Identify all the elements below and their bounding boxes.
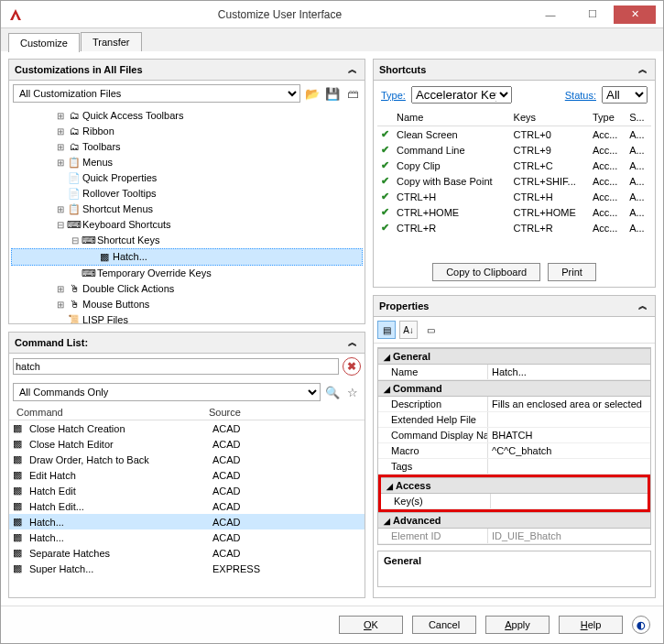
shortcut-row[interactable]: ✔CTRL+HOMECTRL+HOMEAcc...A... bbox=[377, 204, 651, 220]
tree-ribbon[interactable]: Ribbon bbox=[82, 124, 114, 139]
command-row[interactable]: ▩Hatch Edit...ACAD bbox=[9, 498, 365, 514]
prop-display-name[interactable]: BHATCH bbox=[488, 428, 650, 442]
prop-macro[interactable]: ^C^C_bhatch bbox=[488, 443, 650, 458]
command-icon: ▩ bbox=[13, 485, 22, 496]
tree-rollover[interactable]: Rollover Tooltips bbox=[82, 186, 157, 202]
shortcuts-panel: Shortcuts ︽ Type: Accelerator Keys Statu… bbox=[373, 59, 656, 288]
status-label[interactable]: Status: bbox=[565, 90, 596, 101]
tree-menus[interactable]: Menus bbox=[82, 155, 113, 170]
prop-element-id: ID_UIE_Bhatch bbox=[488, 529, 650, 543]
tree-toolbars[interactable]: Toolbars bbox=[82, 139, 121, 155]
collapse-icon[interactable]: ︽ bbox=[346, 63, 359, 76]
tree-shortcut-menus[interactable]: Shortcut Menus bbox=[82, 202, 153, 217]
prop-ext-help[interactable] bbox=[488, 412, 650, 427]
check-icon: ✔ bbox=[377, 173, 393, 189]
command-row[interactable]: ▩Hatch...ACAD bbox=[9, 529, 365, 545]
tree-temp-override[interactable]: Temporary Override Keys bbox=[97, 266, 212, 281]
properties-panel: Properties ︽ ▤ A↓ ▭ ◢General NameHatch..… bbox=[373, 295, 656, 598]
col-type[interactable]: Type bbox=[589, 109, 626, 126]
help-button[interactable]: Help bbox=[559, 616, 623, 634]
categorized-icon[interactable]: ▤ bbox=[377, 321, 396, 339]
type-select[interactable]: Accelerator Keys bbox=[411, 86, 512, 104]
main-tabs: Customize Transfer bbox=[1, 28, 663, 51]
command-filter-select[interactable]: All Commands Only bbox=[13, 383, 321, 401]
check-icon: ✔ bbox=[377, 126, 393, 143]
dialog-footer: OK Cancel Apply Help ◐ bbox=[1, 606, 663, 643]
command-search-input[interactable] bbox=[13, 358, 339, 375]
find-icon[interactable]: 🔍 bbox=[324, 384, 341, 400]
shortcut-row[interactable]: ✔CTRL+HCTRL+HAcc...A... bbox=[377, 189, 651, 204]
customization-filter[interactable]: All Customization Files bbox=[13, 84, 300, 103]
collapse-icon[interactable]: ︽ bbox=[637, 300, 649, 312]
customizations-title: Customizations in All Files bbox=[15, 64, 143, 75]
context-help-icon[interactable]: ◐ bbox=[632, 616, 650, 634]
collapse-icon[interactable]: ︽ bbox=[637, 63, 649, 76]
command-list[interactable]: ▩Close Hatch CreationACAD▩Close Hatch Ed… bbox=[9, 420, 365, 597]
tree-mouse-buttons[interactable]: Mouse Buttons bbox=[82, 297, 149, 312]
command-row[interactable]: ▩Close Hatch CreationACAD bbox=[9, 420, 365, 436]
shortcut-row[interactable]: ✔Clean ScreenCTRL+0Acc...A... bbox=[377, 126, 651, 143]
shortcut-row[interactable]: ✔Copy ClipCTRL+CAcc...A... bbox=[377, 158, 651, 173]
property-pages-icon[interactable]: ▭ bbox=[421, 321, 440, 339]
type-label[interactable]: Type: bbox=[381, 90, 406, 101]
command-row[interactable]: ▩Edit HatchACAD bbox=[9, 467, 365, 483]
customizations-tree[interactable]: ⊞🗂Quick Access Toolbars ⊞🗂Ribbon ⊞🗂Toolb… bbox=[9, 106, 365, 323]
shortcut-row[interactable]: ✔Command LineCTRL+9Acc...A... bbox=[377, 142, 651, 158]
customizations-panel: Customizations in All Files ︽ All Custom… bbox=[8, 59, 365, 324]
cat-advanced[interactable]: Advanced bbox=[393, 515, 441, 526]
cat-general[interactable]: General bbox=[393, 351, 430, 362]
cancel-button[interactable]: Cancel bbox=[412, 616, 476, 634]
tree-lisp-files[interactable]: LISP Files bbox=[82, 312, 128, 323]
prop-tags[interactable] bbox=[488, 459, 650, 474]
window-title: Customize User Interface bbox=[30, 8, 529, 21]
command-row[interactable]: ▩Hatch...ACAD bbox=[9, 514, 365, 529]
alphabetical-icon[interactable]: A↓ bbox=[399, 321, 418, 339]
collapse-icon[interactable]: ︽ bbox=[346, 336, 359, 349]
property-grid[interactable]: ◢General NameHatch... ◢Command Descripti… bbox=[377, 347, 651, 545]
cat-access[interactable]: Access bbox=[396, 480, 431, 491]
col-source[interactable]: Source bbox=[209, 407, 241, 418]
prop-description[interactable]: Fills an enclosed area or selected bbox=[488, 397, 650, 411]
print-button[interactable]: Print bbox=[548, 263, 596, 281]
command-row[interactable]: ▩Hatch EditACAD bbox=[9, 483, 365, 498]
tree-hatch[interactable]: Hatch... bbox=[113, 249, 147, 265]
ok-button[interactable]: OK bbox=[339, 616, 403, 634]
properties-title: Properties bbox=[379, 300, 429, 311]
shortcut-row[interactable]: ✔CTRL+RCTRL+RAcc...A... bbox=[377, 220, 651, 235]
tab-customize[interactable]: Customize bbox=[8, 33, 80, 52]
command-icon: ▩ bbox=[13, 531, 22, 542]
tab-transfer[interactable]: Transfer bbox=[81, 32, 142, 51]
col-command[interactable]: Command bbox=[16, 407, 209, 418]
col-source[interactable]: S... bbox=[626, 109, 651, 126]
col-keys[interactable]: Keys bbox=[510, 109, 589, 126]
shortcuts-table[interactable]: Name Keys Type S... ✔Clean ScreenCTRL+0A… bbox=[377, 109, 651, 235]
prop-keys[interactable] bbox=[491, 494, 648, 508]
clear-search-icon[interactable]: ✖ bbox=[343, 357, 361, 376]
save-icon[interactable]: 💾 bbox=[324, 85, 341, 102]
copy-clipboard-button[interactable]: Copy to Clipboard bbox=[432, 263, 540, 281]
access-highlight: ◢Access Key(s) bbox=[378, 475, 650, 512]
tree-quick-access[interactable]: Quick Access Toolbars bbox=[82, 108, 183, 124]
maximize-button[interactable]: ☐ bbox=[571, 5, 614, 24]
command-row[interactable]: ▩Close Hatch EditorACAD bbox=[9, 436, 365, 452]
shortcut-row[interactable]: ✔Copy with Base PointCTRL+SHIF...Acc...A… bbox=[377, 173, 651, 189]
col-name[interactable]: Name bbox=[393, 109, 510, 126]
command-row[interactable]: ▩Super Hatch...EXPRESS bbox=[9, 561, 365, 576]
check-icon: ✔ bbox=[377, 220, 393, 235]
command-row[interactable]: ▩Separate HatchesACAD bbox=[9, 545, 365, 561]
command-row[interactable]: ▩Draw Order, Hatch to BackACAD bbox=[9, 452, 365, 467]
apply-button[interactable]: Apply bbox=[485, 616, 550, 634]
tree-shortcut-keys[interactable]: Shortcut Keys bbox=[97, 233, 159, 248]
tree-quick-props[interactable]: Quick Properties bbox=[82, 170, 157, 186]
cat-command[interactable]: Command bbox=[393, 383, 442, 394]
save-all-icon[interactable]: 🗃 bbox=[344, 85, 361, 102]
prop-name[interactable]: Hatch... bbox=[488, 365, 650, 379]
new-command-icon[interactable]: ☆ bbox=[344, 384, 361, 400]
command-icon: ▩ bbox=[13, 562, 22, 573]
tree-double-click[interactable]: Double Click Actions bbox=[82, 281, 174, 297]
status-select[interactable]: All bbox=[602, 86, 648, 104]
open-icon[interactable]: 📂 bbox=[304, 85, 321, 102]
minimize-button[interactable]: — bbox=[529, 5, 571, 24]
tree-keyboard-shortcuts[interactable]: Keyboard Shortcuts bbox=[82, 217, 171, 233]
close-button[interactable]: ✕ bbox=[614, 5, 656, 24]
